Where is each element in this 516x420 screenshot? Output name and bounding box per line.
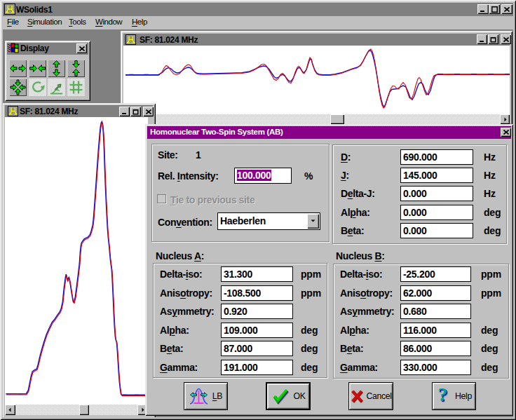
svg-text:?: ? bbox=[438, 386, 448, 405]
